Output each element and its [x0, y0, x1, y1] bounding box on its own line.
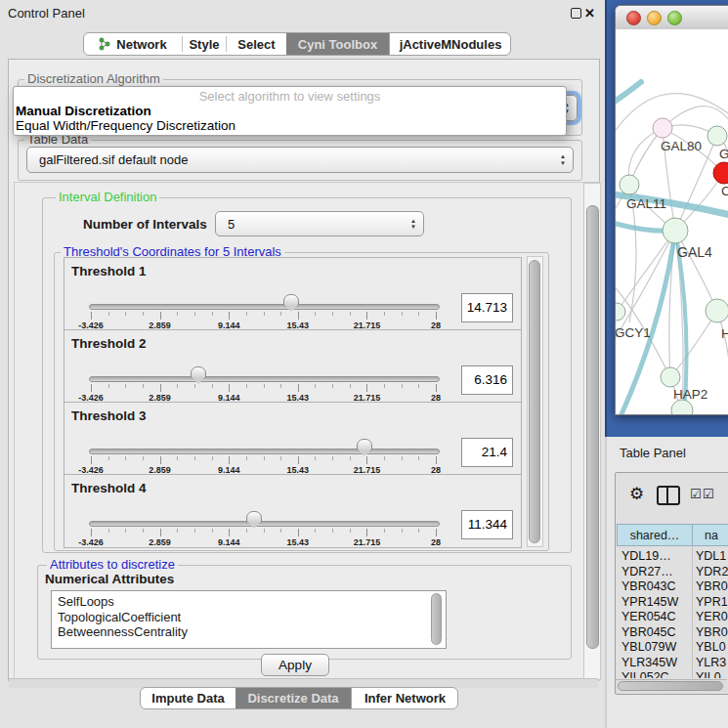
hscrollbar-thumb[interactable] [618, 681, 723, 691]
threshold-slider-track[interactable] [89, 304, 440, 310]
threshold-slider-thumb[interactable] [283, 294, 299, 307]
network-node-H-clipped[interactable] [706, 299, 728, 322]
network-node-label: GA [719, 147, 728, 161]
table-cell-name[interactable]: YPR1 [696, 595, 728, 609]
tab-impute-data[interactable]: Impute Data [141, 688, 236, 708]
columns-icon[interactable] [657, 486, 680, 505]
attribute-list-item[interactable]: BetweennessCentrality [58, 624, 188, 639]
table-cell-name[interactable]: YLR3 [696, 656, 726, 669]
threshold-slider-track[interactable] [89, 449, 440, 454]
table-header-name[interactable]: na [692, 524, 728, 546]
tick-mark [436, 529, 437, 536]
tick-mark [350, 456, 351, 460]
tab-discretize-data[interactable]: Discretize Data [236, 688, 351, 708]
threshold-value-field[interactable]: 21.4 [461, 438, 513, 467]
table-data-combobox[interactable]: galFiltered.sif default node ▲▼ [26, 147, 574, 173]
panel-scrollbar-thumb[interactable] [586, 205, 599, 649]
table-cell-shared-name[interactable]: YPR145W [621, 595, 678, 609]
mac-zoom-button[interactable] [667, 11, 682, 25]
table-cell-name[interactable]: YDR2 [696, 565, 728, 578]
float-icon[interactable] [571, 8, 581, 19]
network-icon [99, 37, 111, 51]
table-header-shared[interactable]: shared… [617, 524, 693, 546]
table-cell-name[interactable]: YBR0 [696, 625, 728, 639]
tab-style[interactable]: Style [183, 33, 226, 55]
tick-mark [91, 312, 92, 320]
tick-mark [264, 529, 265, 533]
mac-close-button[interactable] [626, 11, 641, 25]
attribute-list-item[interactable]: SelfLoops [58, 594, 114, 609]
close-icon[interactable]: ✕ [584, 7, 595, 20]
application-window: Control Panel ✕ Network Style Select Cyn… [0, 0, 728, 728]
tab-select[interactable]: Select [227, 33, 286, 55]
network-node-GAL4[interactable] [663, 218, 688, 243]
number-of-intervals-spinner[interactable]: 5 ▲▼ [215, 211, 424, 236]
network-node-GAL80[interactable] [653, 118, 672, 138]
tick-mark [366, 312, 367, 320]
tick-mark [91, 529, 92, 536]
table-cell-shared-name[interactable]: YDR27… [621, 565, 673, 578]
table-cell-name[interactable]: YBL0 [696, 640, 726, 654]
table-cell-shared-name[interactable]: YER054C [621, 610, 676, 623]
gear-icon[interactable]: ⚙ [629, 486, 644, 502]
dropdown-option-equal-width[interactable]: Equal Width/Frequency Discretization [14, 118, 566, 133]
threshold-slider-track[interactable] [89, 521, 440, 527]
tick-mark [350, 529, 351, 533]
table-cell-shared-name[interactable]: YBR043C [621, 579, 676, 593]
tick-mark [280, 529, 281, 533]
table-cell-shared-name[interactable]: YDL19… [621, 549, 671, 563]
tick-mark [436, 312, 437, 320]
checkbox-checked-icon[interactable]: ☑ [690, 488, 702, 500]
network-window-titlebar[interactable] [616, 6, 728, 30]
tick-mark [298, 312, 299, 320]
tick-label: 21.715 [354, 537, 381, 547]
table-cell-shared-name[interactable]: YIL052C [621, 670, 669, 678]
threshold-slider-thumb[interactable] [246, 511, 262, 524]
table-cell-name[interactable]: YIL0 [696, 670, 721, 678]
table-rows: YDL19…YDL1YDR27…YDR2YBR043CYBR0YPR145WYP… [615, 547, 728, 678]
network-node-GCY1[interactable] [616, 303, 625, 321]
apply-button[interactable]: Apply [261, 654, 329, 676]
tab-infer-network[interactable]: Infer Network [351, 688, 458, 708]
threshold-slider-track[interactable] [89, 376, 440, 382]
spinner-arrows-icon: ▲▼ [410, 212, 416, 236]
table-cell-shared-name[interactable]: YLR345W [621, 656, 677, 669]
tick-mark [194, 529, 195, 533]
tick-mark [384, 456, 385, 460]
network-node-bottom-clipped[interactable] [671, 400, 693, 414]
table-cell-shared-name[interactable]: YBL079W [621, 640, 676, 654]
tick-mark [108, 384, 109, 388]
network-node-GA-clipped[interactable] [707, 126, 727, 146]
numerical-attributes-list[interactable]: SelfLoopsTopologicalCoefficientBetweenne… [51, 590, 447, 649]
tab-cyni-toolbox[interactable]: Cyni Toolbox [286, 33, 389, 55]
network-canvas[interactable]: GAL80GACGAL11GAL4GCY1HHAP2 [616, 29, 728, 414]
tab-network[interactable]: Network [84, 33, 182, 55]
checkbox-checked-icon[interactable]: ☑ [703, 488, 714, 500]
threshold-slider-thumb[interactable] [357, 439, 372, 451]
tick-mark [332, 384, 333, 388]
dropdown-option-manual[interactable]: Manual Discretization [14, 104, 566, 118]
network-view-window: GAL80GACGAL11GAL4GCY1HHAP2 [615, 5, 728, 415]
tick-label: 2.859 [149, 537, 171, 547]
thresholds-scrollbar-thumb[interactable] [529, 260, 540, 543]
threshold-value-field[interactable]: 6.316 [461, 365, 513, 395]
table-cell-name[interactable]: YDL1 [696, 549, 726, 563]
algorithm-group-title: Discretization Algorithm [24, 72, 163, 86]
threshold-slider-thumb[interactable] [191, 366, 206, 379]
attributes-group-title: Attributes to discretize [47, 558, 178, 572]
attribute-list-item[interactable]: TopologicalCoefficient [58, 610, 181, 624]
tab-jactivemnodules[interactable]: jActiveMNodules [389, 33, 511, 55]
threshold-value-field[interactable]: 11.344 [461, 510, 513, 539]
threshold-value-field[interactable]: 14.713 [461, 293, 513, 322]
attributes-scrollbar-thumb[interactable] [431, 593, 442, 645]
tick-mark [246, 529, 247, 533]
tick-mark [402, 384, 403, 388]
network-node-GAL11[interactable] [620, 175, 639, 194]
table-cell-shared-name[interactable]: YBR045C [621, 625, 676, 639]
tick-mark [402, 456, 403, 460]
tick-mark [177, 529, 178, 533]
table-cell-name[interactable]: YBR0 [696, 579, 728, 593]
network-node-HAP2[interactable] [661, 367, 680, 387]
mac-minimize-button[interactable] [647, 11, 662, 25]
table-cell-name[interactable]: YER0 [696, 610, 728, 623]
